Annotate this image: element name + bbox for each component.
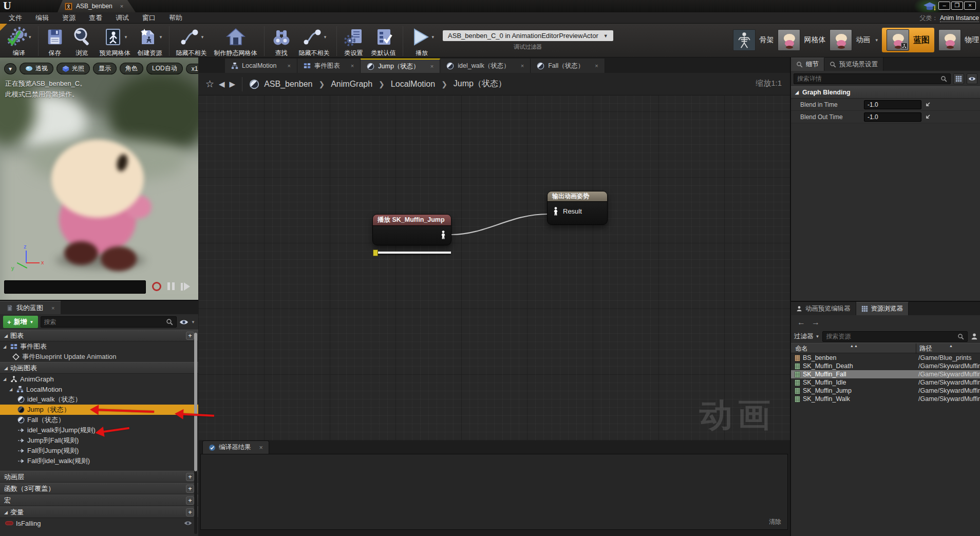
details-view-eye-button[interactable] <box>967 73 977 84</box>
progress-handle[interactable] <box>373 250 378 256</box>
tab-fall-state[interactable]: Fall（状态）× <box>531 59 605 73</box>
minimize-button[interactable]: – <box>938 2 950 10</box>
section-variables[interactable]: ◢变量+ <box>0 506 198 518</box>
mode-animation[interactable]: 动画 ▾ <box>830 29 878 51</box>
play-button[interactable]: ▾ 播放 <box>406 25 438 58</box>
details-view-grid-button[interactable] <box>953 73 964 84</box>
timeline-scrubber[interactable] <box>4 280 146 294</box>
menu-window[interactable]: 窗口 <box>136 12 162 24</box>
breadcrumb-root[interactable]: ASB_benben <box>264 80 312 89</box>
pose-input-pin[interactable] <box>553 207 559 216</box>
parent-class-value[interactable]: Anim Instance <box>940 14 979 22</box>
asset-search-input[interactable] <box>826 333 955 340</box>
breadcrumb-jump-state[interactable]: Jump（状态） <box>454 79 506 89</box>
forward-arrow-icon[interactable]: → <box>812 318 820 327</box>
find-button[interactable]: 查找 <box>268 25 295 58</box>
tab-details[interactable]: 细节 <box>791 58 824 71</box>
chevron-down-icon[interactable]: ▾ <box>324 34 327 40</box>
back-icon[interactable]: ◀ <box>219 80 225 89</box>
close-icon[interactable]: × <box>51 305 54 311</box>
close-icon[interactable]: × <box>287 63 290 69</box>
hide-unrelated-button-2[interactable]: ▾ 隐藏不相关 <box>295 25 333 58</box>
compile-button[interactable]: ▾ 编译 <box>3 25 35 58</box>
sort-icon[interactable]: ▲ <box>949 344 953 348</box>
expander-icon[interactable]: ◢ <box>4 366 8 371</box>
asset-row-sk-muffin-death[interactable]: SK_Muffin_Death/Game/SkywardMuffin <box>791 362 980 370</box>
breadcrumb-localmotion[interactable]: LocalMotion <box>391 80 435 89</box>
tutorial-cap-icon[interactable] <box>922 1 937 11</box>
reset-to-default-icon[interactable] <box>925 102 931 108</box>
variable-visibility-icon[interactable] <box>184 521 192 526</box>
visibility-eye-icon[interactable] <box>179 319 189 325</box>
tab-asset-browser[interactable]: 资源浏览器 <box>856 302 909 315</box>
mode-mesh[interactable]: 网格体 <box>778 29 825 51</box>
chevron-down-icon[interactable]: ▾ <box>160 34 162 40</box>
bookmark-star-icon[interactable]: ☆ <box>205 78 214 90</box>
blend-out-time-field[interactable]: -1.0 <box>864 112 921 122</box>
close-button[interactable]: × <box>964 2 976 10</box>
perspective-button[interactable]: 透视 <box>20 63 53 74</box>
tree-item-event-graph[interactable]: ◢事件图表 <box>0 341 198 352</box>
tree-item-rule-fall-to-idelwalk[interactable]: Fall到idel_walk(规则) <box>0 456 198 466</box>
close-icon[interactable]: × <box>521 63 524 69</box>
chevron-down-icon[interactable]: ▾ <box>125 34 127 40</box>
playback-speed-button[interactable]: x1.0 <box>186 64 198 74</box>
section-animation-graphs[interactable]: ◢动画图表 <box>0 362 198 374</box>
menu-help[interactable]: 帮助 <box>162 12 189 24</box>
menu-asset[interactable]: 资源 <box>55 12 82 24</box>
chevron-down-icon[interactable]: ▼ <box>191 320 195 324</box>
add-variable-button[interactable]: + <box>186 508 194 516</box>
chevron-down-icon[interactable]: ▾ <box>432 34 435 40</box>
tab-preview-scene-settings[interactable]: 预览场景设置 <box>824 58 883 71</box>
tab-animation-preview-editor[interactable]: 动画预览编辑器 <box>791 302 856 315</box>
person-filter-icon[interactable] <box>971 333 978 340</box>
expander-icon[interactable]: ◢ <box>9 387 14 392</box>
mode-skeleton[interactable]: 骨架 <box>733 29 774 51</box>
make-static-mesh-button[interactable]: 制作静态网格体 <box>211 25 261 58</box>
add-animation-layer-button[interactable]: + <box>186 473 194 481</box>
pause-button[interactable] <box>167 282 175 290</box>
filters-button[interactable]: 过滤器▼ <box>794 332 819 341</box>
step-forward-button[interactable] <box>181 282 194 291</box>
blueprint-search-input[interactable] <box>44 318 164 326</box>
details-search-box[interactable] <box>794 73 951 84</box>
create-asset-button[interactable]: ▾ 创建资源 <box>134 25 166 58</box>
details-search-input[interactable] <box>797 75 938 82</box>
asset-row-sk-muffin-jump[interactable]: SK_Muffin_Jump/Game/SkywardMuffin <box>791 387 980 395</box>
close-icon[interactable]: × <box>595 63 598 69</box>
pose-output-pin[interactable] <box>440 231 446 239</box>
tree-item-animgraph[interactable]: ◢AnimGraph <box>0 374 198 384</box>
sort-icons[interactable]: ▲▲ <box>850 344 858 348</box>
close-icon[interactable]: × <box>351 63 354 69</box>
window-document-tab[interactable]: ASB_benben × <box>58 0 136 12</box>
menu-view[interactable]: 查看 <box>82 12 109 24</box>
scrollbar[interactable] <box>194 333 197 534</box>
breadcrumb-animgraph[interactable]: AnimGraph <box>331 80 372 89</box>
expander-icon[interactable]: ◢ <box>795 90 799 95</box>
chevron-down-icon[interactable]: ▾ <box>201 34 204 40</box>
section-functions[interactable]: 函数（3可覆盖）+ <box>0 483 198 494</box>
asset-row-sk-muffin-fall[interactable]: SK_Muffin_Fall/Game/SkywardMuffin <box>791 370 980 378</box>
character-button[interactable]: 角色 <box>120 63 143 74</box>
class-settings-button[interactable]: 类设置 <box>340 25 368 58</box>
add-macro-button[interactable]: + <box>186 496 194 505</box>
expander-icon[interactable]: ◢ <box>3 344 8 349</box>
menu-file[interactable]: 文件 <box>2 12 29 24</box>
blueprint-search-box[interactable] <box>41 316 177 328</box>
column-divider[interactable] <box>916 343 916 354</box>
viewport-options-button[interactable]: ▾ <box>4 63 16 74</box>
mode-physics[interactable]: 物理 <box>938 29 979 51</box>
record-button[interactable] <box>152 282 161 291</box>
add-graph-button[interactable]: + <box>186 332 194 340</box>
tree-item-variable-isfalling[interactable]: IsFalling <box>0 518 198 528</box>
section-graphs[interactable]: ◢图表+ <box>0 330 198 341</box>
asset-row-sk-muffin-walk[interactable]: SK_Muffin_Walk/Game/SkywardMuffin <box>791 395 980 403</box>
maximize-button[interactable]: ❐ <box>951 2 963 10</box>
class-defaults-button[interactable]: 类默认值 <box>368 25 400 58</box>
tab-close-icon[interactable]: × <box>120 3 123 9</box>
expander-icon[interactable]: ◢ <box>3 377 8 381</box>
tab-event-graph[interactable]: 事件图表× <box>297 59 361 73</box>
lod-auto-button[interactable]: LOD自动 <box>146 63 183 74</box>
preview-viewport[interactable]: ▾ 透视 光照 显示 角色 LOD自动 x1.0 正在预览ASB_benben_… <box>0 58 198 300</box>
tree-item-localmotion[interactable]: ◢LocalMotion <box>0 384 198 394</box>
